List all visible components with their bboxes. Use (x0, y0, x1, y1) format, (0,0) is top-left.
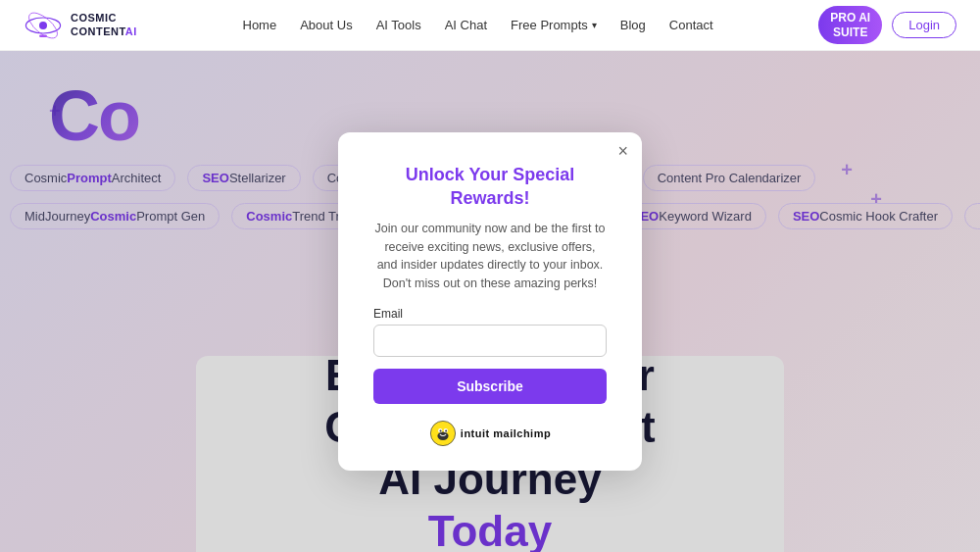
nav-free-prompts-dropdown[interactable]: Free Prompts ▾ (511, 18, 597, 32)
mailchimp-logo: intuit mailchimp (429, 420, 551, 447)
mailchimp-footer: intuit mailchimp (373, 420, 607, 447)
nav-about-link[interactable]: About Us (300, 18, 352, 32)
navbar: COSMIC CONTENTAI Home About Us AI Tools … (0, 0, 980, 51)
modal-title: Unlock Your Special Rewards! (373, 164, 607, 210)
login-button[interactable]: Login (892, 12, 956, 38)
nav-contact-link[interactable]: Contact (669, 18, 713, 32)
mailchimp-icon (429, 420, 457, 447)
logo-icon (24, 11, 63, 40)
chevron-down-icon: ▾ (592, 20, 597, 30)
main-content: + Co + + Cosmic Prompt Architect SEO Ste… (0, 51, 980, 552)
nav-links: Home About Us AI Tools AI Chat Free Prom… (243, 18, 713, 32)
email-signup-modal: × Unlock Your Special Rewards! Join our … (338, 132, 642, 471)
email-label: Email (373, 307, 607, 321)
logo-text: COSMIC CONTENTAI (71, 12, 137, 37)
email-input[interactable] (373, 325, 607, 357)
pro-suite-badge[interactable]: PRO AI SUITE (818, 6, 882, 44)
svg-point-2 (39, 22, 47, 29)
subscribe-button[interactable]: Subscribe (373, 369, 607, 404)
svg-point-8 (439, 429, 441, 431)
nav-blog-link[interactable]: Blog (620, 18, 646, 32)
modal-close-button[interactable]: × (617, 142, 628, 160)
svg-rect-3 (39, 34, 47, 36)
svg-point-9 (445, 429, 447, 431)
nav-ai-tools-link[interactable]: AI Tools (376, 18, 421, 32)
modal-overlay[interactable]: × Unlock Your Special Rewards! Join our … (0, 51, 980, 552)
nav-home-link[interactable]: Home (243, 18, 277, 32)
modal-body: Join our community now and be the first … (373, 220, 607, 293)
logo[interactable]: COSMIC CONTENTAI (24, 11, 137, 40)
nav-ai-chat-link[interactable]: AI Chat (445, 18, 487, 32)
